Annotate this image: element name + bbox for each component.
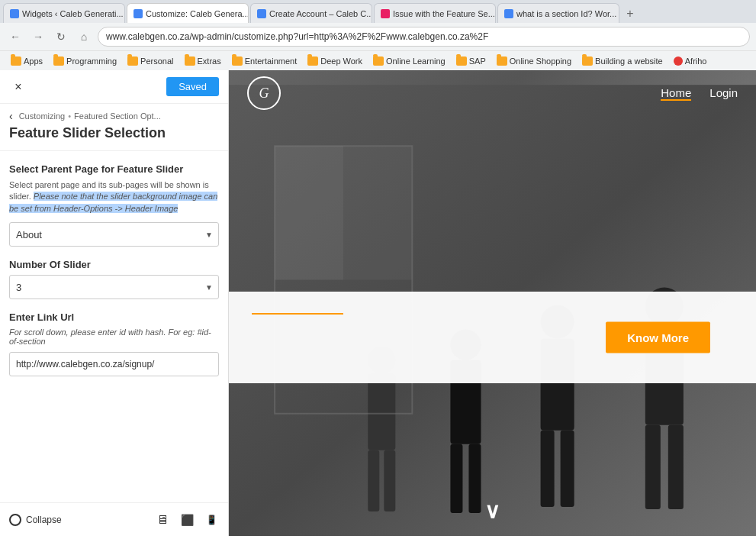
- monitor-icon[interactable]: 🖥: [155, 512, 170, 528]
- svg-rect-4: [561, 431, 574, 507]
- tab-2-label: Customize: Caleb Genera...: [146, 9, 249, 18]
- bookmark-afriho-label: Afriho: [685, 56, 707, 66]
- home-button[interactable]: ⌂: [75, 27, 93, 46]
- tab-2[interactable]: Customize: Caleb Genera... ×: [127, 3, 249, 23]
- svg-rect-14: [368, 374, 395, 450]
- saved-button[interactable]: Saved: [166, 77, 219, 96]
- tab-3-label: Create Account – Caleb C...: [269, 9, 372, 18]
- tab-5-label: what is a section Id? Wor...: [516, 9, 616, 18]
- parent-page-desc: Select parent page and its sub-pages wil…: [9, 179, 219, 215]
- parent-page-select-wrapper: About Home Services Contact ▼: [9, 222, 219, 247]
- tab-1-label: Widgets ‹ Caleb Generati...: [22, 9, 124, 18]
- folder-icon-extras: [185, 56, 195, 66]
- panel-footer: Collapse 🖥 ⬛ 📱: [0, 502, 228, 536]
- folder-icon-onlineshopping: [497, 56, 507, 66]
- site-nav-links: Home Login: [661, 86, 738, 101]
- bookmark-deepwork[interactable]: Deep Work: [303, 55, 367, 67]
- bookmark-onlineshopping[interactable]: Online Shopping: [492, 55, 576, 67]
- bookmark-extras-label: Extras: [198, 56, 221, 66]
- bookmark-onlinelearning-label: Online Learning: [386, 56, 446, 66]
- svg-rect-11: [645, 425, 661, 509]
- link-url-hint: For scroll down, please enter id with ha…: [9, 328, 219, 346]
- scroll-indicator[interactable]: ∨: [484, 499, 500, 524]
- tab-4-favicon: [381, 9, 390, 18]
- know-more-button[interactable]: Know More: [606, 322, 710, 353]
- reload-button[interactable]: ↻: [52, 27, 70, 46]
- link-url-section: Enter Link Url For scroll down, please e…: [9, 311, 219, 376]
- tablet-icon[interactable]: ⬛: [179, 512, 195, 528]
- tab-3[interactable]: Create Account – Caleb C... ×: [250, 3, 372, 23]
- bookmark-onlinelearning[interactable]: Online Learning: [368, 55, 450, 67]
- tab-2-favicon: [134, 9, 143, 18]
- folder-icon-sap: [456, 56, 467, 66]
- bookmark-sap-label: SAP: [469, 56, 486, 66]
- phone-icon[interactable]: 📱: [204, 512, 219, 528]
- svg-rect-15: [368, 450, 379, 511]
- close-panel-button[interactable]: ×: [9, 78, 27, 96]
- bookmark-personal[interactable]: Personal: [123, 55, 178, 67]
- nav-link-home[interactable]: Home: [661, 86, 691, 101]
- collapse-button[interactable]: Collapse: [9, 514, 62, 526]
- breadcrumb-area: ‹ Customizing • Featured Section Opt... …: [0, 104, 228, 151]
- site-preview: G Home Login Know More ∨: [229, 70, 756, 536]
- site-logo: G: [247, 76, 281, 110]
- folder-icon-onlinelearning: [373, 56, 384, 66]
- nav-link-login[interactable]: Login: [709, 86, 738, 101]
- tab-1[interactable]: Widgets ‹ Caleb Generati... ×: [3, 3, 125, 23]
- slider-count-select-wrapper: 1 2 3 4 5 ▼: [9, 275, 219, 299]
- tab-4[interactable]: Issue with the Feature Se... ×: [374, 3, 496, 23]
- link-url-label: Enter Link Url: [9, 311, 219, 323]
- panel-content: Select Parent Page for Feature Slider Se…: [0, 151, 228, 502]
- folder-icon-buildingwebsite: [582, 56, 593, 66]
- folder-icon-deepwork: [307, 56, 318, 66]
- panel-header: × Saved: [0, 70, 228, 104]
- breadcrumb-parent: Customizing: [19, 111, 66, 121]
- tab-5[interactable]: what is a section Id? Wor... ×: [497, 3, 619, 23]
- link-url-input[interactable]: [9, 352, 219, 376]
- bookmark-deepwork-label: Deep Work: [320, 56, 362, 66]
- bookmark-extras[interactable]: Extras: [180, 55, 226, 67]
- folder-icon-personal: [127, 56, 138, 66]
- afriho-icon: [674, 56, 683, 66]
- bookmark-apps-label: Apps: [24, 56, 43, 66]
- bookmark-personal-label: Personal: [140, 56, 173, 66]
- svg-rect-19: [343, 146, 412, 279]
- back-button[interactable]: ←: [6, 27, 24, 46]
- parent-page-select[interactable]: About Home Services Contact: [9, 222, 219, 247]
- collapse-label: Collapse: [26, 515, 62, 525]
- breadcrumb-back-button[interactable]: ‹: [9, 110, 13, 122]
- site-preview-panel: G Home Login Know More ∨: [229, 70, 756, 536]
- parent-page-section: Select Parent Page for Feature Slider Se…: [9, 163, 219, 247]
- svg-rect-8: [468, 444, 481, 513]
- bookmarks-bar: Apps Programming Personal Extras Enterta…: [0, 50, 756, 70]
- folder-icon-apps: [11, 56, 21, 66]
- svg-rect-3: [541, 431, 555, 507]
- bookmark-programming-label: Programming: [66, 56, 117, 66]
- bookmark-buildingwebsite-label: Building a website: [595, 56, 663, 66]
- slider-count-label: Number Of Slider: [9, 259, 219, 270]
- parent-page-label: Select Parent Page for Feature Slider: [9, 163, 219, 175]
- url-text: www.calebgen.co.za/wp-admin/customize.ph…: [106, 31, 488, 42]
- bookmark-entertainment[interactable]: Entertainment: [227, 55, 301, 67]
- bookmark-sap[interactable]: SAP: [452, 55, 491, 67]
- tab-bar: Widgets ‹ Caleb Generati... × Customize:…: [0, 0, 756, 23]
- forward-button[interactable]: →: [29, 27, 47, 46]
- svg-rect-7: [450, 444, 462, 513]
- slider-count-select[interactable]: 1 2 3 4 5: [9, 275, 219, 299]
- bookmark-afriho[interactable]: Afriho: [669, 55, 712, 67]
- bookmark-buildingwebsite[interactable]: Building a website: [577, 55, 668, 67]
- svg-rect-16: [384, 450, 395, 511]
- svg-rect-18: [275, 146, 343, 279]
- tab-1-favicon: [10, 9, 19, 18]
- customizer-panel: × Saved ‹ Customizing • Featured Section…: [0, 70, 229, 536]
- address-bar: ← → ↻ ⌂ www.calebgen.co.za/wp-admin/cust…: [0, 23, 756, 50]
- url-bar[interactable]: www.calebgen.co.za/wp-admin/customize.ph…: [98, 27, 750, 47]
- page-title: Feature Slider Selection: [9, 122, 219, 147]
- bookmark-programming[interactable]: Programming: [49, 55, 121, 67]
- breadcrumb: ‹ Customizing • Featured Section Opt...: [9, 110, 219, 122]
- bookmark-apps[interactable]: Apps: [6, 55, 47, 67]
- new-tab-button[interactable]: +: [621, 5, 639, 23]
- logo-text: G: [259, 86, 269, 102]
- slider-count-section: Number Of Slider 1 2 3 4 5 ▼: [9, 259, 219, 299]
- folder-icon-entertainment: [232, 56, 243, 66]
